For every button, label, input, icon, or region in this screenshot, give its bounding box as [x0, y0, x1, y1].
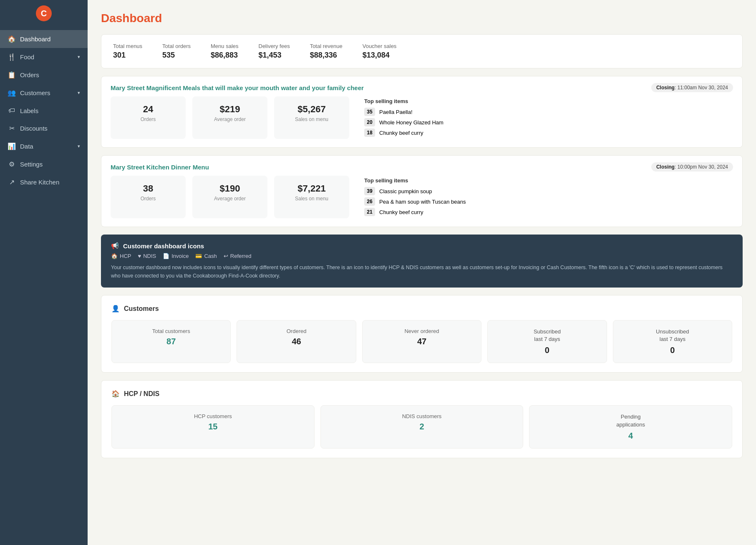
metric-box[interactable]: HCP customers 15 [111, 405, 315, 448]
sidebar-item-label: Discounts [20, 125, 48, 132]
menu-stat-value: $219 [197, 104, 262, 115]
data-icon: 📊 [8, 142, 16, 150]
info-type-icon: 💳 [195, 253, 202, 259]
metric-box[interactable]: Never ordered 47 [362, 320, 481, 363]
stat-item: Total menus 301 [113, 43, 142, 60]
metric-box[interactable]: Ordered 46 [237, 320, 356, 363]
stat-value: 301 [113, 51, 142, 60]
menu-stat-value: 38 [116, 183, 181, 194]
sidebar: C 🏠 Dashboard 🍴 Food ▾ 📋 Orders 👥 Custom… [0, 0, 88, 545]
menu-card-title: Mary Street Magnificent Meals that will … [111, 84, 364, 91]
info-type-icon: 📄 [163, 253, 169, 259]
metric-box[interactable]: Pendingapplications 4 [529, 405, 732, 448]
top-selling-item: 26 Pea & ham soup with Tuscan beans [364, 197, 733, 206]
menu-stat-label: Orders [116, 116, 181, 122]
info-type-label: Cash [204, 253, 217, 259]
metric-box[interactable]: NDIS customers 2 [320, 405, 524, 448]
app-logo: C [36, 5, 52, 21]
stat-item: Voucher sales $13,084 [363, 43, 397, 60]
top-selling-name: Whole Honey Glazed Ham [379, 119, 444, 126]
metric-value: 15 [118, 422, 307, 431]
info-banner: 📢 Customer dashboard icons 🏠HCP♥NDIS📄Inv… [101, 235, 743, 288]
sidebar-item-label: Data [20, 143, 33, 150]
hcp-section: 🏠 HCP / NDIS HCP customers 15 NDIS custo… [101, 380, 743, 458]
top-selling-title: Top selling items [364, 98, 733, 104]
menu-stat-value: $7,221 [279, 183, 344, 194]
megaphone-icon: 📢 [111, 242, 119, 250]
top-selling-section: Top selling items 35 Paella Paella! 20 W… [356, 96, 733, 139]
top-selling-item: 21 Chunky beef curry [364, 208, 733, 216]
stat-value: $88,336 [310, 51, 343, 60]
stat-label: Total revenue [310, 43, 343, 49]
menu-stat-box: $7,221 Sales on menu [274, 176, 349, 218]
sidebar-item-labels[interactable]: 🏷 Labels [0, 102, 88, 119]
top-selling-num: 26 [364, 197, 375, 206]
menu-stat-label: Average order [197, 116, 262, 122]
stat-value: $1,453 [259, 51, 290, 60]
sidebar-item-dashboard[interactable]: 🏠 Dashboard [0, 30, 88, 48]
info-banner-text: Your customer dashboard now includes ico… [111, 263, 733, 280]
top-selling-num: 21 [364, 208, 375, 216]
menu-stat-box: 24 Orders [111, 96, 186, 139]
sidebar-item-label: Customers [20, 89, 50, 96]
stat-label: Menu sales [211, 43, 238, 49]
sidebar-item-data[interactable]: 📊 Data ▾ [0, 137, 88, 155]
metric-label: Total customers [118, 328, 224, 334]
sidebar-item-orders[interactable]: 📋 Orders [0, 66, 88, 84]
stat-item: Total revenue $88,336 [310, 43, 343, 60]
top-selling-section: Top selling items 39 Classic pumpkin sou… [356, 176, 733, 218]
stat-item: Total orders 535 [162, 43, 191, 60]
menu-card: Mary Street Magnificent Meals that will … [101, 76, 743, 148]
sidebar-item-food[interactable]: 🍴 Food ▾ [0, 48, 88, 66]
chevron-down-icon: ▾ [78, 90, 80, 96]
info-banner-header: 📢 Customer dashboard icons [111, 242, 733, 250]
customers-icon: 👥 [8, 89, 16, 97]
info-banner-title: Customer dashboard icons [123, 242, 204, 250]
metric-box[interactable]: Unsubscribedlast 7 days 0 [613, 320, 732, 363]
sidebar-item-customers[interactable]: 👥 Customers ▾ [0, 84, 88, 102]
menu-stat-label: Average order [197, 196, 262, 202]
info-icon-item: ♥NDIS [138, 253, 156, 259]
main-content: Dashboard Total menus 301 Total orders 5… [88, 0, 756, 545]
metric-value: 47 [369, 337, 474, 346]
menu-card: Mary Street Kitchen Dinner Menu Closing:… [101, 155, 743, 227]
menu-stat-label: Sales on menu [279, 196, 344, 202]
info-type-icon: ↩ [224, 253, 228, 259]
top-selling-num: 18 [364, 129, 375, 137]
sidebar-item-share-kitchen[interactable]: ↗ Share Kitchen [0, 173, 88, 191]
top-selling-num: 39 [364, 187, 375, 195]
stat-label: Total menus [113, 43, 142, 49]
hcp-section-title: HCP / NDIS [124, 390, 159, 398]
chevron-down-icon: ▾ [78, 144, 80, 149]
sidebar-item-label: Orders [20, 71, 39, 78]
sidebar-item-label: Labels [20, 107, 38, 114]
top-selling-name: Chunky beef curry [379, 209, 423, 215]
metric-value: 46 [244, 337, 349, 346]
top-selling-name: Paella Paella! [379, 109, 413, 115]
metric-label: NDIS customers [328, 413, 517, 419]
top-selling-name: Classic pumpkin soup [379, 188, 432, 194]
metric-label: Pendingapplications [536, 413, 725, 428]
share-kitchen-icon: ↗ [8, 178, 16, 186]
sidebar-item-label: Share Kitchen [20, 179, 59, 186]
customers-metrics-row: Total customers 87 Ordered 46 Never orde… [111, 320, 732, 363]
food-icon: 🍴 [8, 53, 16, 61]
menu-stat-value: 24 [116, 104, 181, 115]
metric-box[interactable]: Subscribedlast 7 days 0 [487, 320, 607, 363]
menu-card-title: Mary Street Kitchen Dinner Menu [111, 164, 209, 171]
top-selling-name: Chunky beef curry [379, 130, 423, 136]
menu-stat-label: Sales on menu [279, 116, 344, 122]
menu-stat-value: $5,267 [279, 104, 344, 115]
metric-label: Subscribedlast 7 days [494, 328, 600, 343]
top-selling-title: Top selling items [364, 177, 733, 184]
sidebar-item-discounts[interactable]: ✂ Discounts [0, 119, 88, 137]
info-icons-row: 🏠HCP♥NDIS📄Invoice💳Cash↩Referred [111, 253, 733, 259]
top-selling-item: 18 Chunky beef curry [364, 129, 733, 137]
stat-value: $86,883 [211, 51, 238, 60]
stat-item: Menu sales $86,883 [211, 43, 238, 60]
metric-box[interactable]: Total customers 87 [111, 320, 231, 363]
stat-label: Voucher sales [363, 43, 397, 49]
sidebar-item-settings[interactable]: ⚙ Settings [0, 155, 88, 173]
customers-section-icon: 👤 [111, 305, 120, 313]
stat-value: 535 [162, 51, 191, 60]
